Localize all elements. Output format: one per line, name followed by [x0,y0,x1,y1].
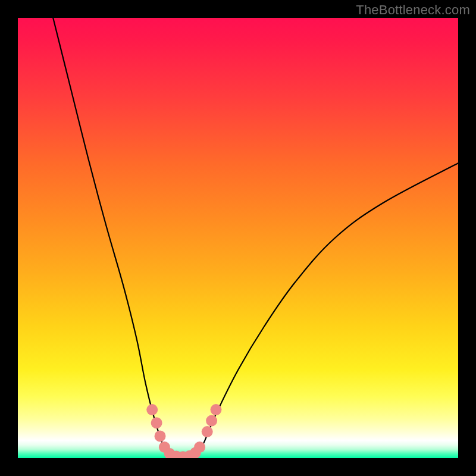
curve-overlay [18,18,458,458]
right-curve-path [194,163,458,458]
marker-dot [155,431,166,442]
marker-dot [211,404,222,415]
marker-dot [206,415,217,427]
marker-dot [146,404,158,415]
chart-frame: TheBottleneck.com [0,0,476,476]
left-curve-path [53,18,172,458]
marker-cluster [146,404,221,458]
marker-dot [202,426,213,437]
marker-dot [194,441,205,453]
marker-dot [151,417,162,428]
plot-area [18,18,458,458]
watermark-text: TheBottleneck.com [356,2,470,18]
